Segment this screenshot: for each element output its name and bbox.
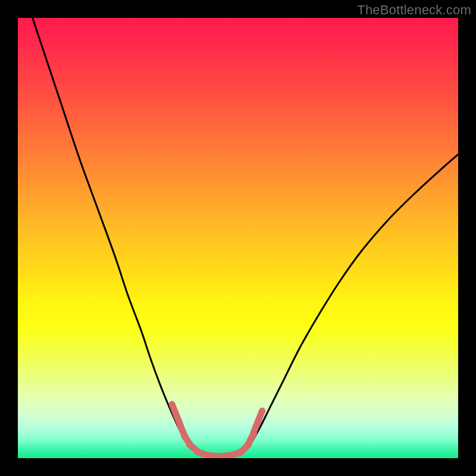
- watermark-text: TheBottleneck.com: [357, 2, 471, 18]
- marker-group: [172, 404, 262, 456]
- left-curve-path: [31, 18, 249, 458]
- right-curve-path: [242, 154, 458, 453]
- chart-frame: TheBottleneck.com: [0, 0, 476, 476]
- marker-dash: [258, 411, 262, 422]
- curve-layer: [18, 18, 458, 458]
- plot-area: [18, 18, 458, 458]
- curve-group: [31, 18, 458, 458]
